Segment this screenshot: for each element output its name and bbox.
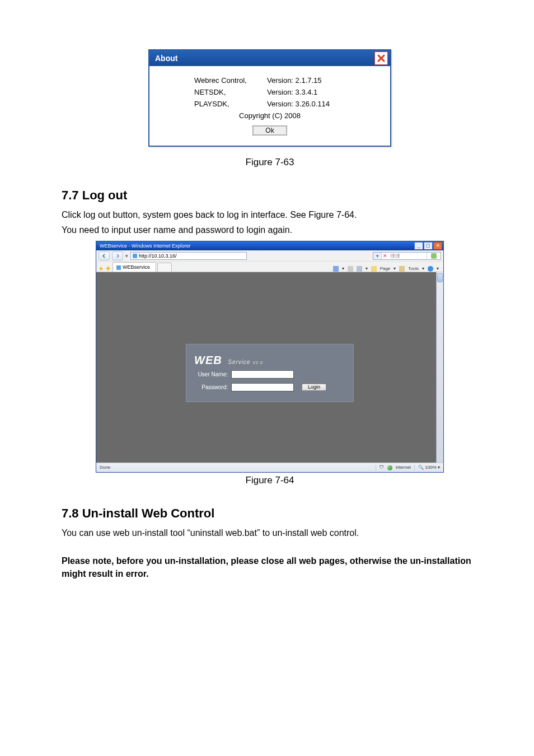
close-window-button[interactable]: ✕ <box>433 242 442 250</box>
ie-page-icon <box>116 265 121 270</box>
search-provider-dropdown[interactable]: ▾ <box>373 253 382 259</box>
about-copyright: Copyright (C) 2008 <box>166 111 373 120</box>
address-text: http://10.10.3.16/ <box>139 254 177 259</box>
about-dialog: About Webrec Control, Version: 2.1.7.15 … <box>148 49 391 147</box>
print-icon[interactable] <box>357 266 362 272</box>
address-bar[interactable]: http://10.10.3.16/ <box>130 252 247 260</box>
section-heading-uninstall: 7.8 Un-install Web Control <box>62 506 478 521</box>
figure-caption: Figure 7-64 <box>62 475 478 486</box>
about-row-value: Version: 3.26.0.114 <box>267 100 373 108</box>
maximize-button[interactable]: ▢ <box>424 242 433 250</box>
search-provider-icon: ✕ <box>383 254 387 259</box>
help-icon[interactable] <box>428 266 433 272</box>
section-heading-logout: 7.7 Log out <box>62 188 478 203</box>
status-text: Done <box>100 465 110 470</box>
password-input[interactable] <box>231 383 294 391</box>
about-row-label: Webrec Control, <box>194 76 267 85</box>
para-uninstall-note: Please note, before you un-installation,… <box>62 556 471 578</box>
zoom-value: 100% <box>425 465 436 470</box>
about-row-label: NETSDK, <box>194 88 267 96</box>
tab-label: WEBservice <box>123 265 150 270</box>
ie-titlebar: WEBservice - Windows Internet Explorer _… <box>96 241 443 250</box>
about-row-value: Version: 3.3.4.1 <box>267 88 373 96</box>
zoom-indicator[interactable]: 🔍 100% ▾ <box>418 465 440 470</box>
about-row-label: PLAYSDK, <box>194 100 267 108</box>
protected-mode-icon: 🛡 <box>380 465 384 470</box>
ie-window: WEBservice - Windows Internet Explorer _… <box>96 241 444 473</box>
about-body: Webrec Control, Version: 2.1.7.15 NETSDK… <box>149 66 390 146</box>
status-bar: Done 🛡 Internet 🔍 100% ▾ <box>96 463 443 472</box>
document-page: About Webrec Control, Version: 2.1.7.15 … <box>0 0 534 756</box>
login-button[interactable]: Login <box>302 384 326 391</box>
tools-menu[interactable]: Tools <box>408 267 419 271</box>
page-content-area: WEB Service V2.0 User Name: Password: Lo… <box>96 272 443 463</box>
close-button[interactable] <box>374 52 388 65</box>
window-buttons: _ ▢ ✕ <box>414 242 442 250</box>
back-arrow-icon <box>102 254 106 258</box>
about-row-value: Version: 2.1.7.15 <box>267 76 373 85</box>
para-uninstall-1: You can use web un-install tool “uninsta… <box>62 526 478 539</box>
internet-zone-icon <box>387 465 392 470</box>
password-label: Password: <box>194 385 231 390</box>
chevron-down-icon: ▾ <box>376 254 379 259</box>
about-row: Webrec Control, Version: 2.1.7.15 <box>194 76 373 85</box>
brand-logo: WEB Service V2.0 <box>194 354 345 366</box>
ie-nav-row: ▾ http://10.10.3.16/ ▾ ✕ 捜捜 <box>96 250 443 262</box>
back-button[interactable] <box>99 251 110 260</box>
vertical-scrollbar[interactable] <box>436 272 443 463</box>
about-row: NETSDK, Version: 3.3.4.1 <box>194 88 373 96</box>
password-row: Password: Login <box>194 383 345 391</box>
username-row: User Name: <box>194 370 345 379</box>
brand-sub: Service <box>228 359 250 365</box>
search-box[interactable]: ▾ ✕ 捜捜 <box>373 252 441 260</box>
tools-menu-icon <box>399 266 405 272</box>
browser-tab[interactable]: WEBservice <box>113 262 156 272</box>
new-tab-button[interactable] <box>157 263 172 272</box>
brand-main: WEB <box>194 354 222 366</box>
ie-tab-row: ★ ✚ WEBservice ▾ ▾ Page▾ Tools▾ ▾ <box>96 262 443 272</box>
about-title: About <box>155 54 177 63</box>
para-logout-2: You need to input user name and password… <box>62 223 478 236</box>
username-input[interactable] <box>231 370 294 379</box>
para-logout-1: Click log out button, system goes back t… <box>62 208 478 221</box>
page-menu-icon <box>371 266 377 272</box>
forward-arrow-icon <box>115 254 120 258</box>
username-label: User Name: <box>194 372 231 377</box>
search-placeholder: 捜捜 <box>388 254 427 259</box>
favorites-star-icon[interactable]: ★ <box>99 266 104 272</box>
forward-button[interactable] <box>112 251 123 260</box>
add-favorites-icon[interactable]: ✚ <box>106 266 110 272</box>
search-go-icon[interactable] <box>431 253 437 259</box>
login-panel: WEB Service V2.0 User Name: Password: Lo… <box>186 344 354 402</box>
home-icon[interactable] <box>333 266 339 272</box>
status-zone: Internet <box>396 465 411 470</box>
about-titlebar: About <box>149 50 390 66</box>
about-row: PLAYSDK, Version: 3.26.0.114 <box>194 100 373 108</box>
ie-page-icon <box>133 254 137 258</box>
brand-version: V2.0 <box>252 361 263 365</box>
close-icon <box>377 54 386 63</box>
command-bar: ▾ ▾ Page▾ Tools▾ ▾ <box>333 266 441 272</box>
figure-caption: Figure 7-63 <box>62 157 478 168</box>
page-menu[interactable]: Page <box>380 267 391 271</box>
minimize-button[interactable]: _ <box>414 242 423 250</box>
ok-button[interactable]: Ok <box>252 125 287 136</box>
window-title: WEBservice - Windows Internet Explorer <box>100 244 191 249</box>
feeds-icon[interactable] <box>348 266 353 272</box>
scrollbar-thumb[interactable] <box>437 273 443 282</box>
